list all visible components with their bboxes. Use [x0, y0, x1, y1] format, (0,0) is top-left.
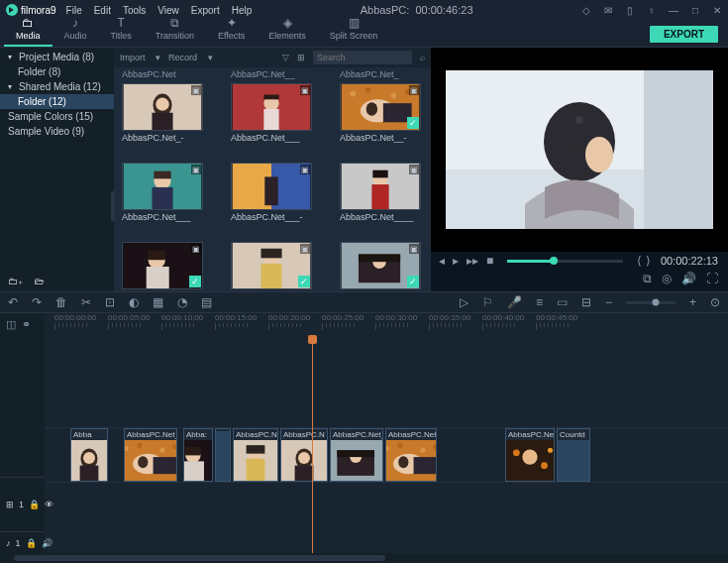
snap-icon[interactable]: ◫ — [6, 318, 16, 331]
mark-out-button[interactable]: ⟩ — [646, 254, 651, 268]
tab-split-screen[interactable]: ▥Split Screen — [318, 14, 390, 47]
lock-icon[interactable]: 🔒 — [26, 538, 37, 548]
timeline-clip[interactable]: AbbasPC.N — [280, 428, 328, 482]
tab-elements[interactable]: ◈Elements — [257, 14, 318, 47]
timeline-clip[interactable]: Abba: — [183, 428, 213, 482]
folder-open-icon[interactable]: 🗁 — [35, 276, 45, 286]
tree-item[interactable]: Sample Video (9) — [0, 124, 114, 139]
snapshot-icon[interactable]: ⧉ — [643, 272, 652, 285]
stop-button[interactable]: ■ — [486, 254, 493, 268]
timeline-tracks[interactable]: AbbaAbbasPC.Net_Abba:AbbasPC.NAbbasPC.NA… — [45, 335, 728, 553]
maximize-button[interactable]: □ — [690, 5, 700, 15]
filter-icon[interactable]: ▽ — [282, 53, 289, 62]
playhead[interactable] — [312, 335, 313, 553]
thumb-image[interactable]: ▣ — [231, 163, 312, 210]
speed-tool-icon[interactable]: ◐ — [129, 295, 139, 309]
seek-handle[interactable] — [550, 257, 558, 265]
tab-media[interactable]: 🗀Media — [4, 14, 52, 47]
bookmark-icon[interactable]: ▯ — [625, 5, 635, 15]
search-icon[interactable]: ⌕ — [420, 53, 425, 62]
color-tool-icon[interactable]: ▦ — [153, 295, 163, 309]
thumb-image[interactable]: ▣ — [231, 83, 312, 131]
record-button[interactable]: Record ▾ — [168, 53, 213, 62]
zoom-fit-icon[interactable]: ⊙ — [710, 295, 720, 309]
timeline-clip[interactable] — [215, 428, 231, 482]
video-track-header[interactable]: ⊞ 1 🔒 👁 — [0, 477, 45, 531]
scrollbar-thumb[interactable] — [14, 555, 385, 561]
crop-tool-icon[interactable]: ⊡ — [105, 295, 115, 309]
adjust-icon[interactable]: ▭ — [557, 295, 568, 309]
panel-resize-handle[interactable] — [0, 141, 114, 271]
tree-item[interactable]: ▾Shared Media (12) — [0, 79, 114, 94]
timeline-ruler[interactable]: 00:00:00:0000:00:05:0000:00:10:0000:00:1… — [45, 313, 728, 335]
thumb-image[interactable]: ▣✓ — [340, 83, 421, 131]
play-button[interactable]: ▸ — [453, 254, 459, 268]
video-track[interactable]: AbbaAbbasPC.Net_Abba:AbbasPC.NAbbasPC.NA… — [45, 428, 728, 483]
zoom-in-icon[interactable]: + — [689, 295, 696, 309]
new-folder-icon[interactable]: 🗀₊ — [8, 276, 23, 286]
tab-audio[interactable]: ♪Audio — [52, 14, 99, 47]
tab-effects[interactable]: ✦Effects — [206, 14, 257, 47]
lock-icon[interactable]: 🔒 — [29, 500, 40, 509]
timeline-clip[interactable]: AbbasPC.Net — [385, 428, 437, 482]
timeline-clip[interactable]: Countd — [557, 428, 590, 482]
delete-button[interactable]: 🗑 — [55, 295, 67, 309]
media-thumbnail[interactable]: AbbasPC.Net__▣AbbasPC.Net___ — [231, 69, 312, 145]
media-thumbnail[interactable]: AbbasPC.Net▣AbbasPC.Net_- — [122, 69, 203, 145]
tab-transition[interactable]: ⧉Transition — [144, 14, 206, 47]
media-thumbnail[interactable]: ▣✓AbbasPC.Net_____ — [122, 228, 203, 291]
zoom-out-icon[interactable]: − — [605, 295, 612, 309]
notification-icon[interactable]: ♀ — [647, 5, 657, 15]
link-icon[interactable]: ⚭ — [22, 318, 31, 331]
zoom-handle[interactable] — [652, 299, 659, 306]
tree-item[interactable]: Sample Colors (15) — [0, 109, 114, 124]
search-field[interactable] — [313, 51, 412, 64]
close-button[interactable]: ✕ — [712, 5, 722, 15]
tab-titles[interactable]: TTitles — [99, 14, 144, 47]
search-input[interactable] — [317, 53, 428, 62]
timeline-scrollbar[interactable] — [0, 553, 728, 563]
next-frame-button[interactable]: ▸▸ — [467, 254, 478, 268]
timeline-clip[interactable]: AbbasPC.Net_ — [330, 428, 383, 482]
timeline-clip[interactable]: Abba — [70, 428, 108, 482]
mixer-icon[interactable]: ≡ — [536, 295, 543, 309]
undo-button[interactable]: ↶ — [8, 295, 18, 309]
render-icon[interactable]: ▷ — [460, 295, 468, 309]
quality-icon[interactable]: ◎ — [662, 272, 672, 285]
media-thumbnail[interactable]: ▣AbbasPC.Net___- — [231, 149, 312, 224]
import-button[interactable]: Import ▾ — [120, 53, 160, 62]
minimize-button[interactable]: — — [669, 5, 678, 15]
audio-track[interactable] — [45, 483, 728, 505]
thumb-image[interactable]: ▣✓ — [231, 242, 312, 289]
volume-icon[interactable]: 🔊 — [681, 272, 696, 285]
fullscreen-icon[interactable]: ⛶ — [706, 272, 718, 285]
timeline-clip[interactable]: AbbasPC.N — [233, 428, 278, 482]
seek-slider[interactable] — [507, 260, 623, 263]
tree-item[interactable]: Folder (8) — [0, 64, 114, 79]
thumb-image[interactable]: ▣✓ — [340, 242, 421, 289]
message-icon[interactable]: ✉ — [603, 5, 613, 15]
marker-icon[interactable]: ⚐ — [482, 295, 493, 309]
prev-frame-button[interactable]: ◂ — [439, 254, 445, 268]
export-button[interactable]: EXPORT — [650, 26, 718, 43]
manage-tracks-icon[interactable]: ⊟ — [581, 295, 591, 309]
thumb-image[interactable]: ▣ — [122, 163, 203, 210]
tree-item[interactable]: ▾Project Media (8) — [0, 50, 114, 64]
timeline-clip[interactable]: AbbasPC.Net_ — [124, 428, 177, 482]
thumb-image[interactable]: ▣✓ — [122, 242, 203, 289]
user-icon[interactable]: ◇ — [581, 5, 591, 15]
media-thumbnail[interactable]: ▣✓AbbasPC.Net______ — [231, 228, 312, 291]
media-thumbnail[interactable]: ▣AbbasPC.Net____ — [340, 149, 421, 224]
thumb-image[interactable]: ▣ — [122, 83, 203, 131]
media-thumbnail[interactable]: ▣✓AbbasPC.Net__+ — [340, 228, 421, 291]
mark-in-button[interactable]: ⟨ — [637, 254, 642, 268]
tree-item[interactable]: Folder (12) — [0, 94, 114, 109]
split-button[interactable]: ✂ — [81, 295, 91, 309]
redo-button[interactable]: ↷ — [32, 295, 42, 309]
media-thumbnail[interactable]: AbbasPC.Net_▣✓AbbasPC.Net__- — [340, 69, 421, 145]
sort-icon[interactable]: ⊞ — [297, 53, 305, 62]
zoom-slider[interactable] — [626, 301, 676, 304]
audio-track-header[interactable]: ♪ 1 🔒 🔊 — [0, 531, 45, 553]
media-thumbnail[interactable]: ▣AbbasPC.Net___ — [122, 149, 203, 224]
green-screen-icon[interactable]: ▤ — [201, 295, 212, 309]
